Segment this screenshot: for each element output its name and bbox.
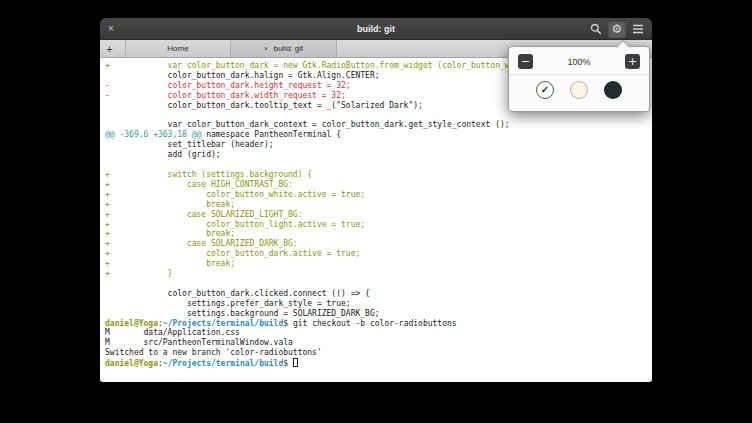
terminal-text-segment: + break; (105, 229, 235, 238)
terminal-line: var color_button_dark_context = color_bu… (105, 120, 652, 130)
desktop-background: × build: git ⚙ (0, 0, 752, 423)
zoom-in-button[interactable]: + (625, 54, 640, 69)
terminal-text-segment: ~/Projects/terminal/build (163, 319, 283, 328)
terminal-text-segment: + color_button_dark.active = true; (105, 249, 360, 258)
terminal-text-segment: color_button_dark.tooltip_text = _("Sola… (105, 101, 423, 110)
terminal-text-segment: ~/Projects/terminal/build (163, 359, 283, 368)
terminal-text-segment: color_button_dark.halign = Gtk.Align.CEN… (105, 71, 380, 80)
terminal-line: + color_button_light.active = true; (105, 220, 652, 230)
terminal-line: set_titlebar (header); (105, 140, 652, 150)
terminal-line (105, 160, 652, 170)
settings-button[interactable]: ⚙ (608, 20, 626, 38)
search-button[interactable] (587, 20, 605, 38)
terminal-line: daniel@Yoga:~/Projects/terminal/build$ (105, 358, 652, 369)
tab-list: Home×build: git (125, 40, 337, 57)
terminal-text-segment: set_titlebar (header); (105, 140, 274, 149)
terminal-line: Switched to a new branch 'color-radiobut… (105, 348, 652, 358)
terminal-text-segment: git checkout -b color-radiobuttons (293, 319, 457, 328)
terminal-text-segment: + color_button_white.active = true; (105, 190, 365, 199)
window-title: build: git (100, 24, 652, 34)
search-icon (590, 23, 602, 35)
terminal-text-segment: daniel@Yoga (105, 359, 158, 368)
tab-close-icon[interactable]: × (264, 45, 269, 53)
zoom-level: 100% (567, 57, 590, 67)
terminal-text-segment: + var color_button_dark = new Gtk.RadioB… (105, 61, 534, 70)
terminal-line: + case SOLARIZED_LIGHT_BG: (105, 210, 652, 220)
terminal-text-segment: - color_button_dark.width_request = 32; (105, 91, 346, 100)
minus-icon: − (521, 55, 530, 68)
theme-option-solarized-light[interactable] (570, 81, 588, 99)
hamburger-menu-icon (632, 24, 644, 34)
terminal-text-segment: - color_button_dark.height_request = 32; (105, 81, 351, 90)
terminal-line: + color_button_dark.active = true; (105, 249, 652, 259)
theme-option-solarized-dark[interactable] (604, 81, 622, 99)
theme-options: ✓ (509, 75, 649, 105)
terminal-text-segment: daniel@Yoga (105, 319, 158, 328)
zoom-controls: − 100% + (509, 47, 649, 74)
terminal-text-segment: + switch (settings.background) { (105, 170, 312, 179)
settings-popover: − 100% + ✓ (508, 46, 650, 112)
new-tab-button[interactable]: + (100, 40, 119, 57)
terminal-text-segment: + case HIGH_CONTRAST_BG: (105, 180, 293, 189)
headerbar-actions: ⚙ (587, 18, 647, 40)
plus-icon: + (628, 55, 637, 68)
terminal-line: + } (105, 269, 652, 279)
terminal-line: + break; (105, 200, 652, 210)
terminal-text-segment: $ (283, 319, 293, 328)
terminal-text-segment: + case SOLARIZED_LIGHT_BG: (105, 210, 302, 219)
terminal-text-segment: add (grid); (105, 150, 221, 159)
terminal-text-segment: $ (283, 359, 293, 368)
terminal-line: M data/Application.css (105, 328, 652, 338)
terminal-line: daniel@Yoga:~/Projects/terminal/build$ g… (105, 319, 652, 329)
theme-option-high-contrast[interactable]: ✓ (536, 81, 554, 99)
headerbar: × build: git ⚙ (100, 18, 652, 40)
terminal-line (105, 111, 652, 121)
terminal-text-segment: M src/PantheonTerminalWindow.vala (105, 338, 293, 347)
terminal-text-segment: @@ -369,6 +363,18 @@ (105, 130, 201, 139)
window-close-button[interactable]: × (108, 24, 114, 34)
terminal-line: @@ -369,6 +363,18 @@ namespace PantheonT… (105, 130, 652, 140)
terminal-line: + break; (105, 259, 652, 269)
terminal-text-segment: Switched to a new branch 'color-radiobut… (105, 348, 322, 357)
terminal-text-segment: settings.prefer_dark_style = true; (105, 299, 351, 308)
terminal-line: settings.background = SOLARIZED_DARK_BG; (105, 309, 652, 319)
tab-home[interactable]: Home (125, 40, 231, 57)
menu-button[interactable] (629, 20, 647, 38)
terminal-text-segment: var color_button_dark_context = color_bu… (105, 120, 510, 129)
tab-label: build: git (273, 44, 303, 53)
terminal-text-segment: + case SOLARIZED_DARK_BG: (105, 239, 298, 248)
terminal-text-segment: color_button_dark.clicked.connect (() =>… (105, 289, 370, 298)
terminal-line: + switch (settings.background) { (105, 170, 652, 180)
gear-icon: ⚙ (612, 23, 623, 35)
terminal-line: M src/PantheonTerminalWindow.vala (105, 338, 652, 348)
terminal-line: add (grid); (105, 150, 652, 160)
terminal-line: + break; (105, 229, 652, 239)
terminal-line: color_button_dark.clicked.connect (() =>… (105, 289, 652, 299)
terminal-line: settings.prefer_dark_style = true; (105, 299, 652, 309)
terminal-text-segment: + } (105, 269, 172, 278)
terminal-cursor (293, 358, 298, 367)
terminal-line (105, 279, 652, 289)
zoom-out-button[interactable]: − (518, 54, 533, 69)
terminal-text-segment: + color_button_light.active = true; (105, 220, 365, 229)
check-icon: ✓ (541, 85, 549, 95)
tab-build-git[interactable]: ×build: git (231, 40, 337, 57)
terminal-text-segment: M data/Application.css (105, 328, 240, 337)
terminal-line: + color_button_white.active = true; (105, 190, 652, 200)
terminal-line: + case SOLARIZED_DARK_BG: (105, 239, 652, 249)
tab-label: Home (167, 44, 188, 53)
terminal-text-segment: + break; (105, 200, 235, 209)
terminal-text-segment: namespace PantheonTerminal { (201, 130, 341, 139)
terminal-text-segment: + break; (105, 259, 235, 268)
terminal-text-segment: settings.background = SOLARIZED_DARK_BG; (105, 309, 380, 318)
terminal-line: + case HIGH_CONTRAST_BG: (105, 180, 652, 190)
